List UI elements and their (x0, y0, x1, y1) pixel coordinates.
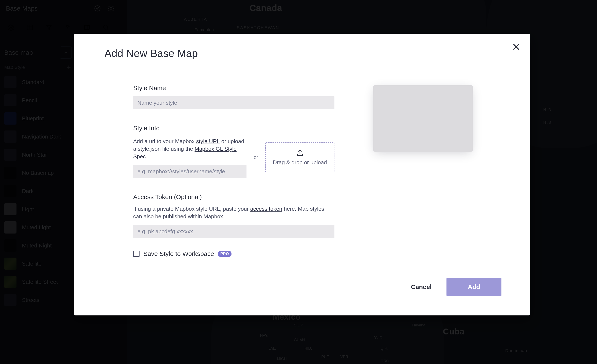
upload-icon (296, 149, 304, 157)
access-token-link[interactable]: access token (250, 206, 283, 212)
access-token-description: If using a private Mapbox style URL, pas… (133, 205, 330, 220)
style-url-input[interactable] (133, 165, 246, 178)
pro-badge: PRO (218, 251, 232, 257)
add-base-map-modal: Add New Base Map Style Name Style Info A… (74, 34, 530, 315)
upload-dropzone[interactable]: Drag & drop or upload (265, 142, 334, 172)
save-to-workspace-checkbox[interactable] (133, 251, 140, 257)
style-name-input[interactable] (133, 96, 334, 109)
dropzone-label: Drag & drop or upload (273, 159, 327, 166)
add-button[interactable]: Add (447, 278, 502, 296)
cancel-button[interactable]: Cancel (411, 283, 432, 290)
style-info-description: Add a url to your Mapbox style URL or up… (133, 138, 246, 160)
style-url-link[interactable]: style URL (196, 138, 220, 144)
save-to-workspace-label: Save Style to Workspace (143, 250, 214, 257)
or-separator: or (253, 154, 259, 160)
access-token-label: Access Token (Optional) (133, 193, 334, 201)
modal-title: Add New Base Map (104, 47, 198, 60)
close-icon (512, 43, 520, 51)
style-preview (373, 85, 473, 152)
close-button[interactable] (512, 43, 520, 51)
style-name-label: Style Name (133, 84, 334, 92)
access-token-input[interactable] (133, 225, 334, 238)
style-info-label: Style Info (133, 125, 334, 132)
